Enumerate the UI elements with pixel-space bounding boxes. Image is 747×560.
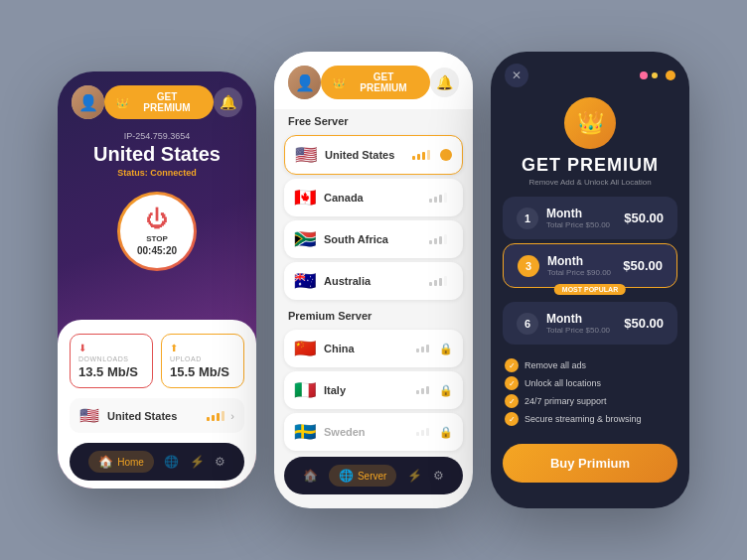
it-flag: 🇮🇹 — [294, 379, 316, 401]
plan-6month[interactable]: 6 Month Total Price $50.00 $50.00 — [503, 302, 677, 345]
p2-header: 👤 👑 GET PREMIUM 🔔 — [274, 52, 473, 109]
server-name-us: United States — [325, 149, 412, 161]
bottom-panel: ⬇ DOWNLOADS 13.5 Mb/S ⬆ UPLOAD 15.5 Mb/S… — [58, 320, 256, 489]
home-icon: 🏠 — [98, 455, 113, 469]
plan-3month[interactable]: 3 Month Total Price $90.00 $50.00 MOST P… — [503, 243, 677, 288]
nav-globe[interactable]: 🌐 — [164, 455, 179, 469]
server-name-au: Australia — [324, 275, 429, 287]
cn-flag: 🇨🇳 — [294, 338, 316, 359]
upload-label: UPLOAD — [170, 355, 235, 362]
phones-container: 👤 👑 GET PREMIUM 🔔 IP-254.759.3654 United… — [58, 52, 689, 508]
server-item-se[interactable]: 🇸🇪 Sweden 🔒 — [284, 413, 463, 451]
globe-icon: 🌐 — [164, 455, 179, 469]
b1 — [412, 156, 415, 160]
upload-value: 15.5 Mb/S — [170, 364, 235, 379]
bar2 — [212, 415, 215, 421]
nav-flash[interactable]: ⚡ — [190, 455, 205, 469]
connection-status: Status: Connected — [58, 168, 256, 178]
nav-home[interactable]: 🏠 Home — [88, 451, 154, 473]
server-item-ca[interactable]: 🇨🇦 Canada — [284, 179, 463, 216]
p3-title: GET PREMIUM — [491, 155, 689, 176]
close-button[interactable]: ✕ — [505, 64, 528, 87]
plan-total-3: Total Price $90.00 — [547, 268, 615, 277]
plan-total-6: Total Price $50.00 — [546, 326, 616, 335]
plan-name-3: Month — [547, 254, 615, 268]
signal-it — [416, 386, 429, 394]
plan-info-3: Month Total Price $90.00 — [547, 254, 615, 277]
current-location[interactable]: 🇺🇸 United States › — [70, 398, 244, 433]
plan-1month[interactable]: 1 Month Total Price $50.00 $50.00 — [503, 197, 677, 239]
nav-home-label: Home — [117, 457, 144, 468]
server-name-cn: China — [324, 343, 416, 354]
gear-icon2: ⚙ — [433, 469, 444, 483]
premium-server-title: Premium Server — [274, 304, 473, 326]
p2-bottom-nav: 🏠 🌐 Server ⚡ ⚙ — [284, 457, 463, 494]
bell2[interactable]: 🔔 — [430, 68, 459, 97]
get-premium-button2[interactable]: 👑 GET PREMIUM — [321, 66, 429, 99]
avatar2: 👤 — [288, 66, 321, 99]
server-item-it[interactable]: 🇮🇹 Italy 🔒 — [284, 371, 463, 409]
us-flag2: 🇺🇸 — [295, 144, 317, 166]
feature-4: ✓ Secure streaming & browsing — [505, 412, 675, 426]
server-name-ca: Canada — [324, 192, 429, 204]
stop-label: STOP — [146, 234, 168, 243]
status-value: Connected — [150, 168, 197, 178]
nav2-server[interactable]: 🌐 Server — [329, 465, 396, 487]
server-icon: 🌐 — [339, 469, 354, 483]
feature-3: ✓ 24/7 primary support — [505, 394, 675, 408]
plan-info-6: Month Total Price $50.00 — [546, 312, 616, 335]
server-item-us[interactable]: 🇺🇸 United States — [284, 135, 463, 175]
power-button[interactable]: ⏻ STOP 00:45:20 — [117, 192, 197, 271]
signal-au — [429, 276, 447, 286]
server-item-za[interactable]: 🇿🇦 South Africa — [284, 220, 463, 258]
check-icon-2: ✓ — [505, 376, 519, 390]
phone1: 👤 👑 GET PREMIUM 🔔 IP-254.759.3654 United… — [58, 71, 256, 489]
server-item-au[interactable]: 🇦🇺 Australia — [284, 262, 463, 300]
decorative-dots — [640, 70, 675, 80]
notification-bell[interactable]: 🔔 — [214, 87, 242, 117]
buy-button[interactable]: Buy Primium — [503, 444, 677, 483]
power-icon: ⏻ — [146, 207, 168, 232]
free-server-title: Free Server — [274, 109, 473, 131]
b2 — [417, 154, 420, 160]
nav2-flash[interactable]: ⚡ — [407, 469, 422, 483]
feature-text-4: Secure streaming & browsing — [524, 414, 642, 424]
server-name-za: South Africa — [324, 233, 429, 245]
plan-num-6: 6 — [517, 313, 538, 335]
close-icon: ✕ — [512, 69, 522, 82]
nav2-settings[interactable]: ⚙ — [433, 469, 444, 483]
plan-name-6: Month — [546, 312, 616, 326]
signal-za — [429, 234, 447, 244]
feature-2: ✓ Unlock all locations — [505, 376, 675, 390]
feature-text-2: Unlock all locations — [524, 378, 601, 388]
lock-cn: 🔒 — [439, 343, 453, 355]
flash-icon: ⚡ — [190, 455, 205, 469]
crown-icon2: 👑 — [333, 77, 345, 88]
dot-pink — [640, 71, 648, 79]
nav-settings[interactable]: ⚙ — [215, 455, 225, 469]
feature-text-1: Remove all ads — [524, 360, 586, 370]
features-list: ✓ Remove all ads ✓ Unlock all locations … — [491, 349, 689, 436]
plan-info-1: Month Total Price $50.00 — [546, 207, 616, 229]
server-label: Server — [358, 471, 386, 482]
upload-box: ⬆ UPLOAD 15.5 Mb/S — [161, 334, 244, 388]
bar3 — [217, 413, 220, 421]
avatar-image2: 👤 — [288, 66, 321, 99]
nav2-home[interactable]: 🏠 — [303, 469, 318, 483]
plan-total-1: Total Price $50.00 — [546, 220, 616, 229]
signal-se — [416, 428, 429, 436]
plan-name-1: Month — [546, 207, 616, 220]
dot-yellow — [652, 72, 658, 78]
signal-us — [412, 150, 430, 160]
server-item-cn[interactable]: 🇨🇳 China 🔒 — [284, 330, 463, 367]
phone3: ✕ 👑 GET PREMIUM Remove Add & Unlock All … — [491, 52, 689, 508]
power-button-container: ⏻ STOP 00:45:20 — [58, 192, 256, 271]
bell-icon: 🔔 — [220, 94, 236, 110]
upload-icon: ⬆ — [170, 343, 235, 353]
p3-header: ✕ — [491, 52, 689, 93]
feature-1: ✓ Remove all ads — [505, 358, 675, 372]
bar4 — [222, 411, 224, 421]
get-premium-button[interactable]: 👑 GET PREMIUM — [104, 85, 213, 119]
downloads-box: ⬇ DOWNLOADS 13.5 Mb/S — [70, 334, 153, 388]
check-icon-4: ✓ — [505, 412, 519, 426]
